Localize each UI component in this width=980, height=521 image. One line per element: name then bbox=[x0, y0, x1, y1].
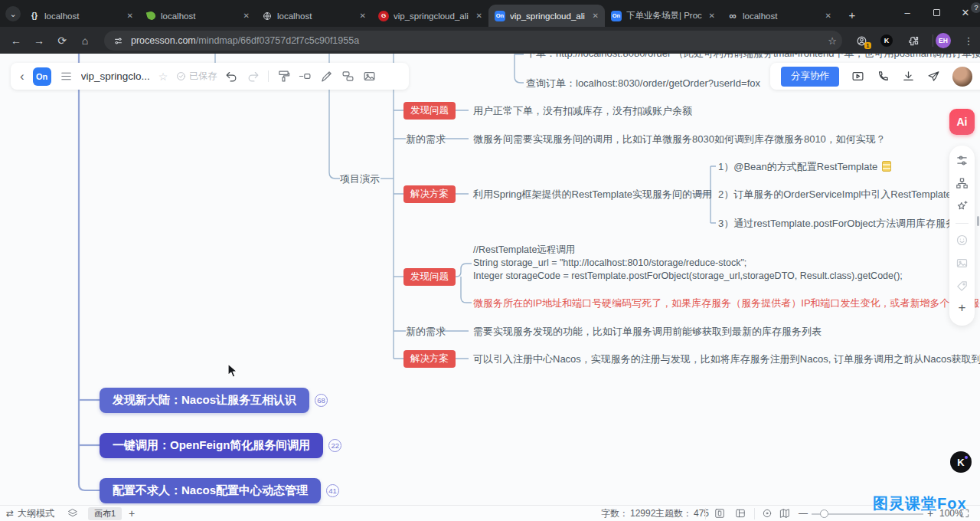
mindmap-topic-nacos-discovery[interactable]: 发现新大陆：Nacos让服务互相认识 bbox=[100, 388, 309, 413]
topic-count-badge[interactable]: 41 bbox=[326, 484, 339, 497]
close-tab-icon[interactable]: ✕ bbox=[243, 11, 250, 20]
image-panel-icon[interactable] bbox=[956, 257, 969, 270]
tag-icon[interactable] bbox=[956, 280, 969, 293]
mindmap-node-code-block[interactable]: //RestTemplate远程调用 String storage_url = … bbox=[473, 244, 903, 283]
extensions-button[interactable] bbox=[905, 31, 922, 51]
mindmap-node-new-requirement-2[interactable]: 新的需求 bbox=[406, 325, 446, 339]
saved-check-icon bbox=[176, 71, 186, 81]
mindmap-badge-problem-1[interactable]: 发现问题 bbox=[403, 102, 456, 120]
outline-mode-button[interactable]: ⇄ 大纲模式 bbox=[6, 506, 54, 521]
browser-tab-1[interactable]: {} localhost ✕ bbox=[23, 5, 139, 27]
ai-assistant-button[interactable]: Ai bbox=[949, 109, 975, 135]
vertical-scrollbar[interactable] bbox=[977, 216, 979, 226]
theme-beautify-icon[interactable] bbox=[956, 200, 969, 213]
remove-node-icon[interactable] bbox=[299, 70, 312, 83]
style-settings-icon[interactable] bbox=[956, 154, 969, 167]
mindmap-node-resttemplate-step-2[interactable]: 2）订单服务的OrderServiceImpl中引入RestTemplate bbox=[718, 188, 952, 202]
close-tab-icon[interactable]: ✕ bbox=[593, 11, 599, 20]
structure-icon[interactable] bbox=[956, 177, 969, 190]
mindmap-topic-openfeign[interactable]: 一键调用：OpenFeign简化服务间调用 bbox=[100, 433, 323, 458]
url-text[interactable]: processon.com/mindmap/66df03757d2f7c5c90… bbox=[131, 35, 359, 46]
k-assistant-button[interactable]: K bbox=[950, 451, 972, 473]
close-tab-icon[interactable]: ✕ bbox=[825, 11, 831, 20]
layout-icon bbox=[735, 508, 746, 519]
mindmap-badge-solution-1[interactable]: 解决方案 bbox=[403, 185, 456, 203]
laser-pen-icon[interactable] bbox=[320, 70, 333, 83]
user-avatar[interactable] bbox=[952, 67, 972, 87]
mobile-preview-button[interactable] bbox=[714, 506, 725, 521]
browser-forward-button[interactable]: → bbox=[28, 34, 51, 47]
share-collaborate-button[interactable]: 分享协作 bbox=[781, 67, 839, 87]
processon-logo[interactable]: On bbox=[33, 67, 51, 86]
browser-tab-7[interactable]: ∞ localhost ✕ bbox=[721, 5, 838, 27]
mindmap-node-query-order[interactable]: 查询订单：localhost:8030/order/getOrder?userI… bbox=[526, 77, 760, 90]
browser-tab-4[interactable]: G vip_springcloud_ali ✕ bbox=[372, 5, 488, 27]
profile-button[interactable]: EH bbox=[936, 31, 951, 51]
close-tab-icon[interactable]: ✕ bbox=[127, 11, 133, 20]
mindmap-node-resttemplate-step-1[interactable]: 1）@Bean的方式配置RestTemplate bbox=[718, 160, 891, 174]
sticker-icon[interactable] bbox=[956, 234, 969, 247]
help-button[interactable]: ? bbox=[971, 2, 980, 13]
close-tab-icon[interactable]: ✕ bbox=[709, 11, 715, 20]
mindmap-badge-solution-2[interactable]: 解决方案 bbox=[403, 350, 456, 368]
insert-image-icon[interactable] bbox=[363, 70, 376, 83]
mindmap-node-new-requirement-1-text[interactable]: 微服务间需要实现服务间的调用，比如订单微服务8030如何调到库存微服务8010，… bbox=[473, 133, 886, 146]
send-icon[interactable] bbox=[927, 70, 940, 83]
zoom-slider-handle[interactable] bbox=[820, 510, 828, 518]
mindmap-node-hardcode-warning[interactable]: 微服务所在的IP地址和端口号硬编码写死了，如果库存服务（服务提供者）IP和端口发… bbox=[473, 297, 980, 310]
mindmap-node-project-demo[interactable]: 项目演示 bbox=[340, 172, 380, 186]
back-chevron-button[interactable]: ‹ bbox=[20, 69, 24, 84]
locate-button[interactable] bbox=[762, 506, 773, 521]
mindmap-node-resttemplate-step-3[interactable]: 3）通过restTemplate.postForObject方法调用库存服务 bbox=[718, 217, 956, 231]
tab-search-button[interactable]: ⌄ bbox=[5, 6, 21, 21]
password-manager-button[interactable]: 1 bbox=[853, 31, 870, 51]
k-extension-button[interactable]: K bbox=[880, 31, 893, 51]
format-painter-icon[interactable] bbox=[277, 70, 290, 83]
close-tab-icon[interactable]: ✕ bbox=[360, 11, 366, 20]
browser-menu-button[interactable]: ⋮ bbox=[960, 31, 977, 51]
browser-tab-6[interactable]: On 下单业务场景| Proc ✕ bbox=[605, 5, 721, 27]
style-copy-icon[interactable] bbox=[341, 70, 354, 83]
minimap-button[interactable] bbox=[779, 506, 790, 521]
layout-button[interactable] bbox=[735, 506, 746, 521]
topic-count-badge[interactable]: 22 bbox=[328, 439, 341, 452]
add-canvas-button[interactable]: + bbox=[129, 506, 135, 521]
mindmap-node-solution-1-text[interactable]: 利用Spring框架提供的RestTemplate实现服务间的调用 bbox=[473, 188, 712, 202]
mindmap-node-new-requirement-2-text[interactable]: 需要实现服务发现的功能，比如订单服务调用前能够获取到最新的库存服务列表 bbox=[473, 325, 822, 339]
bookmark-button[interactable]: ☆ bbox=[824, 31, 841, 51]
redo-icon[interactable] bbox=[247, 70, 260, 83]
notification-dot bbox=[965, 456, 968, 459]
topic-count-badge[interactable]: 68 bbox=[315, 394, 328, 407]
browser-back-button[interactable]: ← bbox=[5, 34, 28, 47]
browser-tab-2[interactable]: localhost ✕ bbox=[139, 5, 256, 27]
browser-tab-5-active[interactable]: On vip_springcloud_ali ✕ bbox=[488, 5, 605, 27]
undo-icon[interactable] bbox=[225, 70, 238, 83]
site-settings-icon[interactable] bbox=[113, 36, 123, 46]
maximize-button[interactable] bbox=[922, 0, 951, 25]
mindmap-node-solution-2-text[interactable]: 可以引入注册中心Nacos，实现服务的注册与发现，比如将库存服务注册到Nacos… bbox=[473, 352, 980, 366]
present-icon[interactable] bbox=[851, 70, 864, 83]
mindmap-node-new-requirement-1[interactable]: 新的需求 bbox=[406, 133, 446, 146]
menu-icon[interactable] bbox=[60, 70, 73, 83]
url-bar[interactable]: processon.com/mindmap/66df03757d2f7c5c90… bbox=[104, 31, 842, 51]
mobile-preview-icon bbox=[714, 508, 725, 519]
new-tab-button[interactable]: + bbox=[844, 6, 861, 23]
canvas-tab[interactable]: 画布1 bbox=[88, 506, 122, 521]
minimize-button[interactable]: – bbox=[893, 0, 922, 25]
browser-tab-3[interactable]: localhost ✕ bbox=[256, 5, 372, 27]
add-panel-item-button[interactable]: + bbox=[959, 303, 966, 313]
mindmap-topic-nacos-config[interactable]: 配置不求人：Nacos配置中心动态管理 bbox=[100, 478, 321, 503]
note-icon[interactable] bbox=[882, 161, 891, 172]
close-tab-icon[interactable]: ✕ bbox=[476, 11, 482, 20]
download-icon[interactable] bbox=[902, 70, 915, 83]
mindmap-node-problem-1-text[interactable]: 用户正常下单，没有扣减库存，没有扣减账户余额 bbox=[473, 104, 692, 118]
zoom-out-button[interactable]: — bbox=[799, 506, 808, 521]
reload-button[interactable]: ⟳ bbox=[51, 34, 74, 47]
call-icon[interactable] bbox=[877, 70, 890, 83]
mindmap-badge-problem-2[interactable]: 发现问题 bbox=[403, 268, 456, 286]
home-button[interactable]: ⌂ bbox=[74, 34, 96, 47]
layers-button[interactable] bbox=[67, 506, 78, 521]
mindmap-canvas[interactable]: 下单：http://localhost:8080/order （此处可利用前端服… bbox=[0, 54, 980, 505]
favorite-star-icon[interactable]: ☆ bbox=[158, 70, 168, 83]
document-title[interactable]: vip_springclo... bbox=[81, 70, 150, 82]
